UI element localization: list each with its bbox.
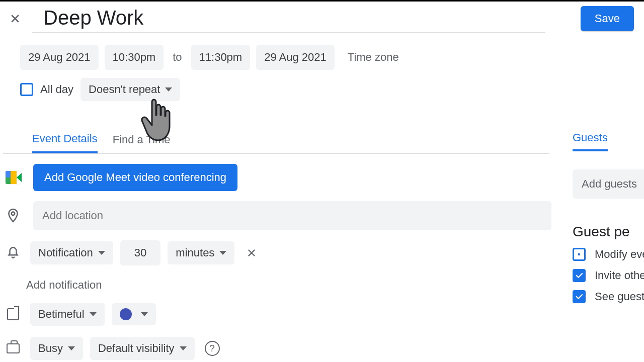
color-swatch	[120, 308, 132, 320]
all-day-label: All day	[40, 83, 73, 96]
availability-dropdown[interactable]: Busy	[30, 337, 83, 360]
visibility-dropdown[interactable]: Default visibility	[90, 337, 195, 360]
calendar-color-dropdown[interactable]	[112, 303, 156, 325]
close-icon[interactable]	[5, 9, 25, 29]
event-title-input[interactable]	[39, 5, 547, 31]
help-icon[interactable]: ?	[205, 341, 220, 356]
save-button[interactable]: Save	[581, 6, 634, 31]
location-icon	[3, 206, 23, 226]
recurrence-label: Doesn't repeat	[89, 83, 160, 96]
chevron-down-icon	[68, 346, 75, 350]
see-guest-list-checkbox[interactable]	[573, 290, 586, 303]
notification-unit-label: minutes	[176, 246, 214, 259]
end-time-chip[interactable]: 11:30pm	[191, 45, 251, 70]
add-google-meet-button[interactable]: Add Google Meet video conferencing	[33, 164, 237, 191]
location-input[interactable]	[33, 201, 551, 230]
timezone-button[interactable]: Time zone	[348, 51, 399, 64]
to-label: to	[170, 45, 185, 70]
recurrence-dropdown[interactable]: Doesn't repeat	[80, 78, 180, 101]
modify-event-checkbox[interactable]	[573, 248, 586, 261]
start-time-chip[interactable]: 10:30pm	[105, 45, 164, 70]
availability-label: Busy	[38, 342, 63, 355]
end-date-chip[interactable]: 29 Aug 2021	[256, 45, 335, 70]
calendar-dropdown[interactable]: Betimeful	[30, 303, 105, 326]
chevron-down-icon	[219, 251, 226, 255]
chevron-down-icon	[180, 346, 187, 350]
briefcase-icon	[3, 338, 23, 358]
add-notification-button[interactable]: Add notification	[0, 265, 553, 292]
all-day-checkbox[interactable]	[20, 83, 33, 96]
chevron-down-icon	[98, 251, 105, 255]
notification-type-label: Notification	[38, 246, 93, 259]
bell-icon	[3, 243, 23, 263]
remove-notification-button[interactable]	[242, 243, 262, 263]
google-meet-icon	[3, 167, 23, 188]
svg-point-0	[12, 212, 15, 215]
chevron-down-icon	[90, 312, 97, 316]
guest-permissions-title: Guest pe	[573, 224, 644, 240]
modify-event-label: Modify eve	[595, 248, 644, 261]
visibility-label: Default visibility	[98, 342, 175, 355]
calendar-name-label: Betimeful	[38, 308, 85, 321]
tab-event-details[interactable]: Event Details	[32, 132, 98, 153]
notification-value-input[interactable]: 30	[120, 240, 160, 265]
tab-guests[interactable]: Guests	[573, 131, 608, 151]
notification-unit-dropdown[interactable]: minutes	[168, 241, 234, 264]
chevron-down-icon	[165, 87, 172, 92]
invite-others-checkbox[interactable]	[573, 269, 586, 282]
chevron-down-icon	[141, 312, 148, 316]
calendar-icon	[3, 304, 23, 324]
title-underline	[32, 32, 545, 33]
see-guest-list-label: See guest li	[595, 290, 644, 303]
add-guests-input[interactable]: Add guests	[573, 169, 644, 199]
notification-type-dropdown[interactable]: Notification	[30, 241, 113, 264]
tab-find-a-time[interactable]: Find a Time	[113, 133, 171, 152]
invite-others-label: Invite others	[595, 269, 644, 282]
start-date-chip[interactable]: 29 Aug 2021	[20, 45, 99, 70]
